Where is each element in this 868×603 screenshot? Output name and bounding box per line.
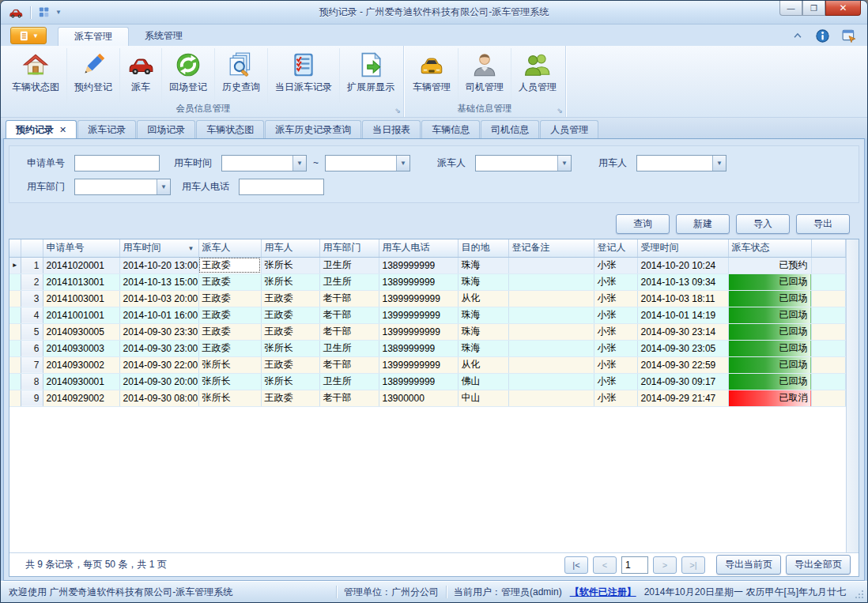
cell-受理时间[interactable]: 2014-09-30 09:17 <box>637 373 728 390</box>
row-selector-cell[interactable] <box>9 373 21 390</box>
column-header-登记备注[interactable]: 登记备注 <box>508 239 594 257</box>
cell-用车人电话[interactable]: 1389999999 <box>379 340 458 356</box>
column-header-受理时间[interactable]: 受理时间 <box>637 239 728 257</box>
ribbon-button-当日派车记录[interactable]: 当日派车记录 <box>268 48 340 103</box>
export-all-pages-button[interactable]: 导出全部页 <box>786 555 851 575</box>
cell-用车人[interactable]: 张所长 <box>261 257 319 273</box>
chevron-down-icon[interactable]: ▼ <box>557 156 571 171</box>
info-icon[interactable] <box>816 29 829 43</box>
cell-申请单号[interactable]: 20141001001 <box>43 307 119 323</box>
cell-申请单号[interactable]: 20140930002 <box>43 356 119 373</box>
chevron-down-icon[interactable]: ▼ <box>157 179 170 194</box>
ribbon-button-车辆状态图[interactable]: 车辆状态图 <box>5 48 67 103</box>
cell-登记备注[interactable] <box>508 290 594 307</box>
ribbon-button-派车[interactable]: 派车 <box>120 48 162 103</box>
request-no-input[interactable] <box>74 155 160 171</box>
column-header-用车人[interactable]: 用车人 <box>261 239 319 257</box>
cell-目的地[interactable]: 中山 <box>458 390 508 406</box>
cell-登记备注[interactable] <box>508 390 594 406</box>
chevron-down-icon[interactable]: ▼ <box>712 156 726 171</box>
cell-用车人[interactable]: 王政委 <box>261 323 319 340</box>
row-selector-cell[interactable] <box>9 340 21 356</box>
cell-用车部门[interactable]: 老干部 <box>319 307 379 323</box>
table-row[interactable]: 8201409300012014-09-30 20:00张所长张所长卫生所138… <box>9 373 846 390</box>
cell-登记人[interactable]: 小张 <box>594 273 637 290</box>
cell-申请单号[interactable]: 20141020001 <box>43 257 119 273</box>
cell-用车人[interactable]: 王政委 <box>261 290 319 307</box>
cell-派车状态[interactable]: 已回场 <box>728 340 811 356</box>
cell-用车时间[interactable]: 2014-10-20 13:00 <box>119 257 198 273</box>
use-time-from-combo[interactable]: ▼ <box>221 155 307 171</box>
doc-tab-人员管理[interactable]: 人员管理 <box>540 120 598 138</box>
cell-用车部门[interactable]: 老干部 <box>319 390 379 406</box>
table-row[interactable]: 7201409300022014-09-30 22:00张所长王政委老干部139… <box>9 356 846 373</box>
ribbon-button-历史查询[interactable]: 历史查询 <box>215 48 268 103</box>
close-tab-icon[interactable]: ✕ <box>59 121 66 138</box>
table-row[interactable]: 4201410010012014-10-01 16:00王政委王政委老干部139… <box>9 307 846 323</box>
cell-申请单号[interactable]: 20141003001 <box>43 290 119 307</box>
cell-目的地[interactable]: 从化 <box>458 356 508 373</box>
cell-用车人[interactable]: 王政委 <box>261 390 319 406</box>
table-row[interactable]: 9201409290022014-09-30 08:00张所长王政委老干部139… <box>9 390 846 406</box>
column-header-目的地[interactable]: 目的地 <box>458 239 508 257</box>
dialog-launcher-icon[interactable]: ⇘ <box>394 107 401 115</box>
cell-用车时间[interactable]: 2014-09-30 20:00 <box>119 373 198 390</box>
first-page-button[interactable]: |< <box>564 556 588 574</box>
cell-目的地[interactable]: 佛山 <box>458 373 508 390</box>
user-combo[interactable]: ▼ <box>636 155 726 171</box>
cell-受理时间[interactable]: 2014-09-30 22:59 <box>637 356 728 373</box>
cell-目的地[interactable]: 珠海 <box>458 257 508 273</box>
cell-派车状态[interactable]: 已回场 <box>728 290 811 307</box>
cell-用车部门[interactable]: 老干部 <box>319 356 379 373</box>
doc-tab-派车历史记录查询[interactable]: 派车历史记录查询 <box>265 120 361 138</box>
minimize-button[interactable]: — <box>779 1 802 16</box>
cell-派车状态[interactable]: 已回场 <box>728 307 811 323</box>
last-page-button[interactable]: >| <box>681 556 705 574</box>
collapse-ribbon-icon[interactable] <box>792 30 803 41</box>
cell-目的地[interactable]: 从化 <box>458 290 508 307</box>
cell-受理时间[interactable]: 2014-10-03 18:11 <box>637 290 728 307</box>
theme-icon[interactable] <box>842 28 856 43</box>
column-header-派车状态[interactable]: 派车状态 <box>728 239 811 257</box>
cell-申请单号[interactable]: 20140929002 <box>43 390 119 406</box>
column-header-用车部门[interactable]: 用车部门 <box>319 239 379 257</box>
resize-grip-icon[interactable] <box>855 590 864 599</box>
cell-申请单号[interactable]: 20141013001 <box>43 273 119 290</box>
cell-用车人电话[interactable]: 1389999999 <box>379 273 458 290</box>
doc-tab-当日报表[interactable]: 当日报表 <box>362 120 421 138</box>
ribbon-button-司机管理[interactable]: 司机管理 <box>459 48 511 103</box>
cell-用车时间[interactable]: 2014-09-30 23:00 <box>119 340 198 356</box>
cell-用车人电话[interactable]: 13900000 <box>379 390 458 406</box>
cell-登记备注[interactable] <box>508 273 594 290</box>
cell-登记人[interactable]: 小张 <box>594 356 637 373</box>
cell-用车人[interactable]: 张所长 <box>261 340 319 356</box>
cell-受理时间[interactable]: 2014-09-30 23:14 <box>637 323 728 340</box>
cell-申请单号[interactable]: 20140930003 <box>43 340 119 356</box>
cell-登记备注[interactable] <box>508 373 594 390</box>
cell-登记备注[interactable] <box>508 307 594 323</box>
cell-派车状态[interactable]: 已回场 <box>728 373 811 390</box>
ribbon-button-预约登记[interactable]: 预约登记 <box>67 48 120 103</box>
cell-派车状态[interactable]: 已回场 <box>728 323 811 340</box>
cell-派车人[interactable]: 王政委 <box>198 257 261 273</box>
doc-tab-车辆信息[interactable]: 车辆信息 <box>421 120 480 138</box>
cell-用车时间[interactable]: 2014-09-30 22:00 <box>119 356 198 373</box>
cell-用车部门[interactable]: 卫生所 <box>319 373 379 390</box>
cell-登记备注[interactable] <box>508 356 594 373</box>
cell-用车人电话[interactable]: 1389999999 <box>379 257 458 273</box>
cell-派车状态[interactable]: 已回场 <box>728 356 811 373</box>
cell-用车时间[interactable]: 2014-10-03 20:00 <box>119 290 198 307</box>
app-menu-button[interactable]: ▼ <box>10 27 47 44</box>
cell-派车状态[interactable]: 已预约 <box>728 257 811 273</box>
cell-派车人[interactable]: 张所长 <box>198 390 261 406</box>
row-selector-cell[interactable] <box>9 390 21 406</box>
cell-受理时间[interactable]: 2014-10-20 10:24 <box>637 257 728 273</box>
ribbon-tab-系统管理[interactable]: 系统管理 <box>129 27 198 46</box>
cell-用车时间[interactable]: 2014-09-30 23:30 <box>119 323 198 340</box>
doc-tab-司机信息[interactable]: 司机信息 <box>481 120 539 138</box>
qat-dropdown-icon[interactable]: ▼ <box>55 9 62 16</box>
action-button-查询[interactable]: 查询 <box>616 214 670 234</box>
cell-派车人[interactable]: 王政委 <box>198 273 261 290</box>
cell-用车人[interactable]: 王政委 <box>261 307 319 323</box>
cell-受理时间[interactable]: 2014-09-30 23:05 <box>637 340 728 356</box>
